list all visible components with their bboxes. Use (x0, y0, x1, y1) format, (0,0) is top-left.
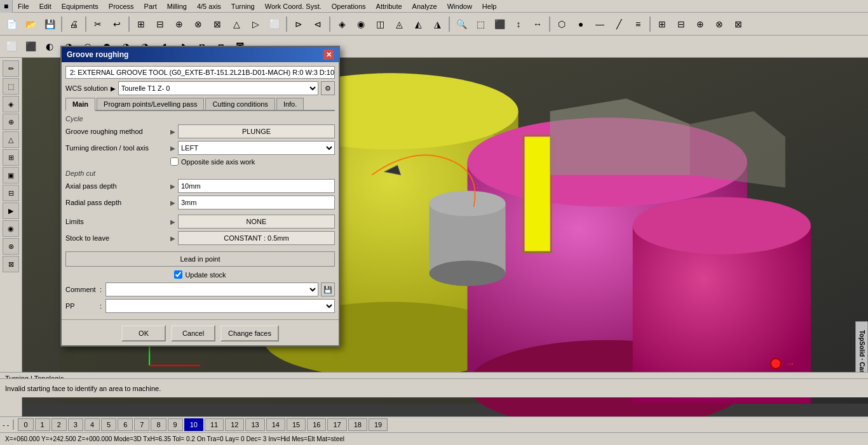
undo-btn[interactable]: ↩ (108, 15, 126, 33)
tab-0[interactable]: 0 (18, 418, 33, 431)
lead-in-button[interactable]: Lead in point (65, 251, 335, 267)
comment-input[interactable] (105, 282, 318, 296)
btn-ac[interactable]: ⊕ (691, 15, 709, 33)
btn-p[interactable]: ◮ (428, 15, 446, 33)
tab-6[interactable]: 6 (118, 418, 133, 431)
tab-14[interactable]: 14 (266, 418, 285, 431)
new-btn[interactable]: 📄 (3, 15, 20, 33)
cancel-button[interactable]: Cancel (171, 325, 215, 342)
menu-process[interactable]: Process (104, 1, 139, 11)
side-btn-9[interactable]: ▶ (3, 203, 19, 219)
tab-1[interactable]: 1 (35, 418, 50, 431)
tab-16[interactable]: 16 (307, 418, 326, 431)
groove-roughing-method-value[interactable]: PLUNGE (178, 124, 335, 138)
menu-operations[interactable]: Operations (327, 1, 371, 11)
stock-value[interactable]: CONSTANT : 0.5mm (178, 231, 335, 245)
btn-z[interactable]: ≡ (629, 15, 647, 33)
menu-turning[interactable]: Turning (226, 1, 260, 11)
turning-direction-select[interactable]: LEFT (178, 141, 335, 155)
tab-4[interactable]: 4 (85, 418, 100, 431)
menu-part[interactable]: Part (139, 1, 162, 11)
btn-a[interactable]: ⊞ (132, 15, 150, 33)
btn-m[interactable]: ◫ (371, 15, 389, 33)
btn-s[interactable]: ⬛ (491, 15, 508, 33)
tab-3[interactable]: 3 (68, 418, 83, 431)
wcs-settings-icon[interactable]: ⚙ (321, 81, 335, 95)
tab-12[interactable]: 12 (225, 418, 244, 431)
tab-7[interactable]: 7 (134, 418, 149, 431)
tab-program-points[interactable]: Program points/Levelling pass (97, 98, 204, 110)
btn-x[interactable]: — (591, 15, 609, 33)
btn-ae[interactable]: ⊠ (729, 15, 747, 33)
opposite-side-checkbox[interactable] (170, 157, 179, 166)
side-btn-12[interactable]: ⊠ (3, 256, 19, 272)
tab-5[interactable]: 5 (101, 418, 116, 431)
save-btn[interactable]: 💾 (41, 15, 58, 33)
tab-15[interactable]: 15 (287, 418, 306, 431)
menu-45axis[interactable]: 4/5 axis (192, 1, 226, 11)
tab-11[interactable]: 11 (205, 418, 224, 431)
btn-d[interactable]: ⊗ (189, 15, 207, 33)
btn-c[interactable]: ⊕ (170, 15, 188, 33)
btn-b[interactable]: ⊟ (151, 15, 169, 33)
tb2-c[interactable]: ◐ (41, 37, 58, 55)
side-btn-5[interactable]: △ (3, 131, 19, 148)
side-btn-4[interactable]: ⊕ (3, 114, 19, 130)
side-btn-8[interactable]: ⊟ (3, 185, 19, 201)
btn-l[interactable]: ◉ (352, 15, 370, 33)
side-btn-6[interactable]: ⊞ (3, 149, 19, 166)
btn-r[interactable]: ⬚ (471, 15, 489, 33)
tab-10[interactable]: 10 (184, 418, 203, 431)
btn-j[interactable]: ⊲ (309, 15, 327, 33)
tab-13[interactable]: 13 (245, 418, 264, 431)
btn-v[interactable]: ⬡ (553, 15, 571, 33)
btn-o[interactable]: ◭ (409, 15, 427, 33)
side-btn-2[interactable]: ⬚ (3, 78, 19, 95)
btn-t[interactable]: ↕ (510, 15, 527, 33)
side-btn-11[interactable]: ⊗ (3, 238, 19, 255)
side-btn-3[interactable]: ◈ (3, 96, 19, 112)
wcs-select[interactable]: Tourelle T1 Z- 0 (118, 81, 318, 95)
menu-wcs[interactable]: Work Coord. Syst. (260, 1, 327, 11)
side-btn-10[interactable]: ◉ (3, 220, 19, 237)
btn-k[interactable]: ◈ (333, 15, 351, 33)
dialog-close-button[interactable]: ✕ (323, 50, 334, 60)
btn-w[interactable]: ● (572, 15, 590, 33)
limits-value[interactable]: NONE (178, 215, 335, 229)
tab-17[interactable]: 17 (327, 418, 346, 431)
tab-main[interactable]: Main (65, 98, 95, 111)
btn-h[interactable]: ⬜ (266, 15, 283, 33)
tab-9[interactable]: 9 (168, 418, 183, 431)
tb2-b[interactable]: ⬛ (22, 37, 39, 55)
side-btn-1[interactable]: ✏ (3, 60, 19, 77)
btn-aa[interactable]: ⊞ (653, 15, 671, 33)
tab-18[interactable]: 18 (348, 418, 367, 431)
menu-analyze[interactable]: Analyze (407, 1, 442, 11)
print-btn[interactable]: 🖨 (65, 15, 83, 33)
menu-window[interactable]: Window (442, 1, 477, 11)
axial-pass-input[interactable] (178, 179, 335, 193)
tab-2[interactable]: 2 (51, 418, 67, 431)
comment-save-icon[interactable]: 💾 (321, 282, 335, 296)
btn-g[interactable]: ▷ (247, 15, 264, 33)
pp-select[interactable] (105, 299, 335, 313)
menu-edit[interactable]: Edit (34, 1, 57, 11)
btn-n[interactable]: ◬ (390, 15, 408, 33)
tab-8[interactable]: 8 (151, 418, 166, 431)
menu-file[interactable]: File (13, 1, 34, 11)
btn-ad[interactable]: ⊗ (710, 15, 728, 33)
btn-q[interactable]: 🔍 (452, 15, 470, 33)
side-btn-7[interactable]: ▣ (3, 167, 19, 183)
btn-f[interactable]: △ (227, 15, 245, 33)
tab-info[interactable]: Info. (276, 98, 304, 110)
open-btn[interactable]: 📂 (22, 15, 39, 33)
ok-button[interactable]: OK (121, 325, 166, 342)
update-stock-checkbox[interactable] (174, 270, 182, 279)
menu-milling[interactable]: Milling (162, 1, 192, 11)
btn-ab[interactable]: ⊟ (672, 15, 690, 33)
menu-help[interactable]: Help (477, 1, 502, 11)
tab-19[interactable]: 19 (369, 418, 388, 431)
btn-u[interactable]: ↔ (529, 15, 546, 33)
radial-pass-input[interactable] (178, 196, 335, 209)
tb2-a[interactable]: ⬜ (3, 37, 20, 55)
